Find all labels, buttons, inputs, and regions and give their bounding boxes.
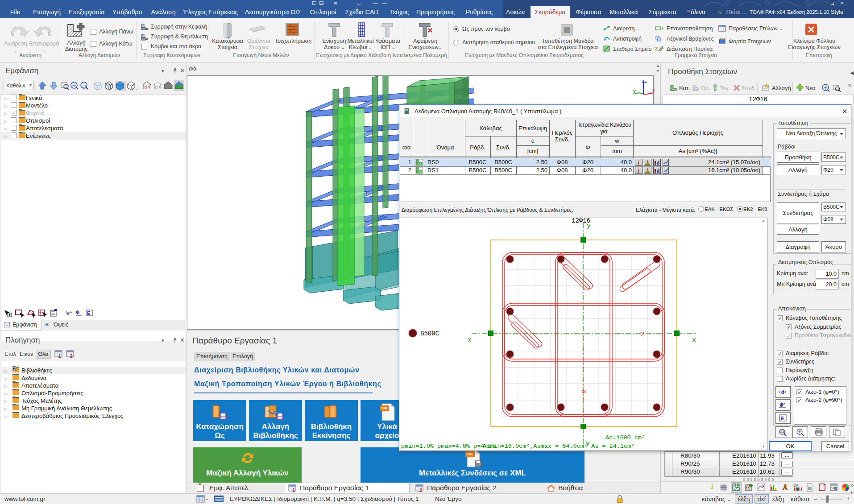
svg-text:2: 2 (641, 331, 644, 338)
svg-text:2: 2 (419, 487, 422, 492)
svg-text:%: % (831, 487, 834, 490)
svg-text:1: 1 (292, 487, 295, 492)
svg-text:z: z (645, 79, 647, 84)
svg-text:XML: XML (381, 406, 389, 410)
svg-text:CA: CA (793, 483, 799, 487)
svg-text:ψ: ψ (76, 310, 79, 314)
svg-text:d: d (67, 311, 70, 316)
svg-text:E: E (781, 416, 784, 421)
svg-text:E: E (87, 310, 90, 316)
svg-text:3: 3 (580, 389, 587, 393)
svg-text:B500C: B500C (420, 330, 439, 337)
svg-text:12Φ16: 12Φ16 (572, 218, 590, 224)
svg-text:2: 2 (70, 354, 73, 359)
svg-text:XML: XML (466, 452, 474, 456)
svg-text:ρmin=1.0% ρmax=4.0% ρ=4.5%: ρmin=1.0% ρmax=4.0% ρ=4.5% (401, 443, 496, 450)
svg-text:2: 2 (655, 46, 658, 51)
svg-text:Asmin=16.0cm²,Asmax = 64.0cm²: Asmin=16.0cm²,Asmax = 64.0cm² As = 24.1c… (483, 443, 634, 450)
svg-text:y: y (633, 89, 636, 94)
svg-text:Ac=1600 cm²: Ac=1600 cm² (605, 434, 645, 441)
svg-text:d: d (781, 390, 784, 395)
svg-text:N: N (762, 484, 764, 487)
svg-text:x: x (468, 336, 472, 344)
svg-text:1: 1 (58, 354, 61, 359)
svg-text:x: x (692, 336, 696, 344)
svg-text:x: x (652, 87, 655, 92)
